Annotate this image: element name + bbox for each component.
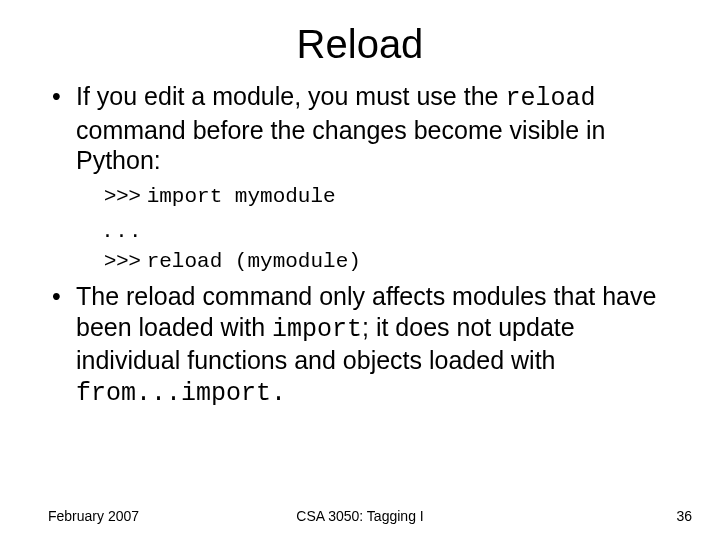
bullet1-code: reload [505, 84, 595, 113]
slide: Reload If you edit a module, you must us… [0, 0, 720, 540]
prompt-1: >>> [104, 183, 147, 206]
footer-title: CSA 3050: Tagging I [0, 508, 720, 524]
bullet-list: If you edit a module, you must use the r… [48, 81, 680, 176]
bullet-list-2: The reload command only affects modules … [48, 281, 680, 409]
bullet-item-1: If you edit a module, you must use the r… [48, 81, 680, 176]
slide-body: If you edit a module, you must use the r… [0, 81, 720, 409]
prompt-2: >>> [104, 248, 147, 271]
code-ellipsis: . . . [104, 216, 680, 241]
code-line-2: >>> reload (mymodule) [104, 247, 680, 275]
bullet-item-2: The reload command only affects modules … [48, 281, 680, 409]
code-line-1: >>> import mymodule [104, 182, 680, 210]
code-text-1: import mymodule [147, 185, 336, 208]
slide-title: Reload [0, 0, 720, 81]
bullet1-post: command before the changes become visibl… [76, 116, 605, 175]
bullet2-code2: from...import. [76, 379, 286, 408]
bullet1-pre: If you edit a module, you must use the [76, 82, 505, 110]
code-text-2: reload (mymodule) [147, 250, 361, 273]
footer-page-number: 36 [676, 508, 692, 524]
bullet2-code1: import [272, 315, 362, 344]
